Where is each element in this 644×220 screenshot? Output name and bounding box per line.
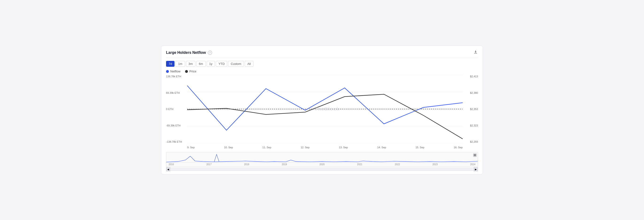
filter-btn-6m[interactable]: 6m <box>196 61 206 67</box>
y-right-label-4: $2,293 <box>470 140 478 143</box>
download-icon[interactable] <box>473 50 478 56</box>
legend-price-label: Price <box>189 70 196 73</box>
scroll-track[interactable] <box>170 168 474 171</box>
chart-card: Large Holders Netflow ? 7d 1m 3m 6m 1y Y… <box>161 46 483 174</box>
x-label-5: 14. Sep <box>377 146 386 149</box>
chart-header: Large Holders Netflow ? <box>166 50 478 58</box>
x-label-2: 11. Sep <box>262 146 271 149</box>
y-axis-left: 138.78k ETH 69.39k ETH 0 ETH -69.39k ETH… <box>166 75 187 143</box>
y-left-label-4: -138.78k ETH <box>166 140 187 143</box>
x-label-1: 10. Sep <box>224 146 233 149</box>
y-left-label-0: 138.78k ETH <box>166 75 187 78</box>
filter-btn-7d[interactable]: 7d <box>166 61 174 67</box>
chart-svg-container: ©TheBlock <box>187 75 463 143</box>
x-label-6: 15. Sep <box>416 146 424 149</box>
legend-netflow: Netflow <box>166 70 180 73</box>
scroll-right-arrow[interactable]: ▶ <box>474 167 478 171</box>
header-left: Large Holders Netflow ? <box>166 51 212 55</box>
legend-netflow-label: Netflow <box>170 70 180 73</box>
filter-btn-custom[interactable]: Custom <box>228 61 244 67</box>
y-axis-right: $2,413 $2,380 $2,353 $2,323 $2,293 <box>464 75 478 143</box>
price-dot <box>185 70 188 73</box>
filter-btn-1y[interactable]: 1y <box>207 61 215 67</box>
x-label-0: 9. Sep <box>187 146 195 149</box>
y-left-label-2: 0 ETH <box>166 108 187 110</box>
netflow-dot <box>166 70 169 73</box>
svg-rect-9 <box>474 156 476 156</box>
legend-price: Price <box>185 70 196 73</box>
scroll-left-arrow[interactable]: ◀ <box>166 167 170 171</box>
reset-icon-container[interactable] <box>473 153 477 158</box>
filter-btn-ytd[interactable]: YTD <box>216 61 227 67</box>
main-chart-area: 138.78k ETH 69.39k ETH 0 ETH -69.39k ETH… <box>166 75 478 150</box>
x-axis: 9. Sep 10. Sep 11. Sep 12. Sep 13. Sep 1… <box>187 146 463 149</box>
chart-title: Large Holders Netflow <box>166 51 206 55</box>
mini-chart-area[interactable]: 2016 2017 2018 2019 2020 2021 2022 2023 … <box>166 152 478 167</box>
scroll-bar: ◀ ▶ <box>166 167 478 171</box>
y-right-label-0: $2,413 <box>470 75 478 78</box>
filter-btn-1m[interactable]: 1m <box>176 61 185 67</box>
main-chart-svg <box>187 75 463 143</box>
y-right-label-2: $2,353 <box>470 108 478 110</box>
y-right-label-1: $2,380 <box>470 91 478 94</box>
reset-icon[interactable] <box>473 153 477 157</box>
y-left-label-1: 69.39k ETH <box>166 91 187 94</box>
x-label-7: 16. Sep <box>454 146 463 149</box>
y-right-label-3: $2,323 <box>470 124 478 127</box>
y-left-label-3: -69.39k ETH <box>166 124 187 127</box>
chart-legend: Netflow Price <box>166 70 478 73</box>
x-label-4: 13. Sep <box>339 146 348 149</box>
svg-rect-7 <box>474 154 476 155</box>
info-icon[interactable]: ? <box>208 51 212 55</box>
mini-chart-svg <box>166 152 478 166</box>
filter-btn-3m[interactable]: 3m <box>186 61 196 67</box>
filter-btn-all[interactable]: All <box>245 61 253 67</box>
x-label-3: 12. Sep <box>301 146 310 149</box>
mini-netflow-line <box>166 156 478 162</box>
svg-rect-8 <box>474 155 476 155</box>
price-line <box>187 94 463 139</box>
netflow-line <box>187 86 463 130</box>
time-filter-bar: 7d 1m 3m 6m 1y YTD Custom All <box>166 61 478 67</box>
